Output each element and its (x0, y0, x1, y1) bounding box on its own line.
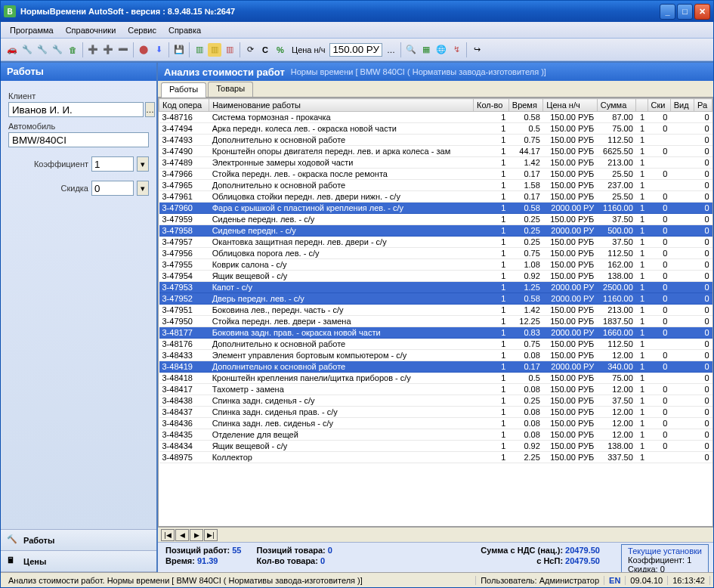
table-row[interactable]: 3-48177Боковина задн. прав. - окраска но… (159, 327, 712, 339)
table-row[interactable]: 3-47489Электронные замеры ходовой части1… (159, 157, 712, 169)
status-time: 16:13:42 (668, 576, 710, 585)
table-row[interactable]: 3-47956Облицовка порога лев. - с/у10.751… (159, 248, 712, 259)
column-header[interactable]: Код опера (159, 99, 209, 112)
sidebar-header: Работы (1, 63, 156, 81)
table-row[interactable]: 3-48436Спинка задн. лев. сиденья - с/у10… (159, 418, 712, 429)
wrench3-icon[interactable]: 🔧 (51, 43, 64, 57)
car-input[interactable] (8, 132, 149, 147)
add2-icon[interactable]: ➕ (101, 43, 115, 57)
remove-icon[interactable]: ➖ (116, 43, 130, 57)
tab-goods[interactable]: Товары (208, 82, 253, 97)
more-icon[interactable]: … (384, 43, 397, 57)
close-button[interactable]: ✕ (694, 4, 710, 20)
table-row[interactable]: 3-48435Отделение для вещей10.08150.00 РУ… (159, 429, 712, 441)
book2-icon[interactable]: ▥ (208, 43, 221, 57)
add-icon[interactable]: ➕ (86, 43, 100, 57)
status-user: Пользователь: Администратор (476, 576, 604, 585)
table-row[interactable]: 3-48433Элемент управления бортовым компь… (159, 350, 712, 361)
last-record-button[interactable]: ▶| (204, 529, 218, 541)
wrench2-icon[interactable]: 🔧 (36, 43, 49, 57)
client-input[interactable] (8, 102, 144, 117)
refresh-icon[interactable]: ⟳ (243, 43, 257, 57)
maximize-button[interactable]: □ (677, 4, 693, 20)
nav-prices[interactable]: 🖩 Цены (1, 551, 156, 572)
table-row[interactable]: 3-48176Дополнительно к основной работе10… (159, 339, 712, 350)
save-icon[interactable]: 💾 (172, 43, 186, 57)
table-row[interactable]: 3-47953Капот - с/у11.252000.00 РУ2500.00… (159, 282, 712, 293)
table-row[interactable]: 3-47952Дверь передн. лев. - с/у10.582000… (159, 293, 712, 305)
percent-icon[interactable]: % (274, 43, 287, 57)
prev-record-button[interactable]: ◀ (175, 529, 189, 541)
table-row[interactable]: 3-48419Дополнительно к основной работе10… (159, 361, 712, 373)
delete-icon[interactable]: 🗑 (66, 43, 79, 57)
book1-icon[interactable]: ▥ (193, 43, 206, 57)
car-icon[interactable]: 🚗 (5, 43, 19, 57)
sidebar: Работы Клиент … Автомобиль Коэффициент ▾ (1, 63, 158, 572)
table-row[interactable]: 3-47950Стойка передн. лев. двери - замен… (159, 316, 712, 327)
table-row[interactable]: 3-48438Спинка задн. сиденья - с/у10.2515… (159, 395, 712, 407)
table-row[interactable]: 3-47955Коврик салона - с/у11.08150.00 РУ… (159, 259, 712, 271)
menu-service[interactable]: Сервис (122, 24, 162, 36)
column-header[interactable]: Вид (670, 99, 694, 112)
nav-works[interactable]: 🔨 Работы (1, 530, 156, 551)
column-header[interactable]: Время (508, 99, 543, 112)
table-row[interactable]: 3-47966Стойка передн. лев. - окраска пос… (159, 169, 712, 180)
minimize-button[interactable]: _ (660, 4, 675, 20)
first-record-button[interactable]: |◀ (161, 529, 175, 541)
table-row[interactable]: 3-48437Спинка задн. сиденья прав. - с/у1… (159, 407, 712, 418)
content: Анализ стоимости работ Нормы времени [ B… (158, 63, 713, 572)
table-row[interactable]: 3-47957Окантовка защитная передн. лев. д… (159, 237, 712, 248)
search-icon[interactable]: 🔍 (404, 43, 418, 57)
table-row[interactable]: 3-47494Арка передн. колеса лев. - окраск… (159, 123, 712, 135)
column-header[interactable]: Цена н/ч (543, 99, 597, 112)
table-row[interactable]: 3-47951Боковина лев., передн. часть - с/… (159, 305, 712, 316)
price-label: Цена н/ч (292, 45, 325, 54)
book3-icon[interactable]: ▥ (223, 43, 236, 57)
stop-icon[interactable]: ⬤ (137, 43, 150, 57)
currency-icon[interactable]: C (258, 43, 272, 57)
exit-icon[interactable]: ↪ (470, 43, 484, 57)
coef-input[interactable] (91, 156, 134, 172)
next-record-button[interactable]: ▶ (190, 529, 203, 541)
vat-value: 20479.50 (565, 546, 600, 555)
menu-references[interactable]: Справочники (60, 24, 122, 36)
price-input[interactable] (329, 43, 382, 57)
settings-discount: Скидка: 0 (628, 565, 702, 572)
tab-works[interactable]: Работы (161, 82, 206, 97)
table-row[interactable]: 3-47954Ящик вещевой - с/у10.92150.00 РУБ… (159, 271, 712, 282)
table-row[interactable]: 3-47965Дополнительно к основной работе11… (159, 180, 712, 191)
globe-icon[interactable]: 🌐 (434, 43, 448, 57)
menu-help[interactable]: Справка (162, 24, 207, 36)
column-header[interactable] (636, 99, 648, 112)
coef-dropdown-icon[interactable]: ▾ (137, 156, 149, 172)
table-row[interactable]: 3-47961Облицовка стойки передн. лев. две… (159, 191, 712, 203)
table-row[interactable]: 3-47490Кронштейн опоры двигателя передн.… (159, 146, 712, 157)
menu-program[interactable]: Программа (4, 24, 60, 36)
table-row[interactable]: 3-47493Дополнительно к основной работе10… (159, 135, 712, 146)
column-header[interactable]: Сумма (597, 99, 636, 112)
table-row[interactable]: 3-48434Ящик вещевой - с/у10.92150.00 РУБ… (159, 441, 712, 452)
excel-icon[interactable]: ▦ (419, 43, 433, 57)
works-grid[interactable]: Код операНаименование работыКол-воВремяЦ… (159, 98, 712, 463)
connect-icon[interactable]: ↯ (450, 43, 463, 57)
discount-input[interactable] (91, 181, 134, 196)
table-row[interactable]: 3-47959Сиденье передн. лев. - с/у10.2515… (159, 214, 712, 225)
column-header[interactable]: Наименование работы (209, 99, 474, 112)
column-header[interactable]: Кол-во (474, 99, 509, 112)
wrench1-icon[interactable]: 🔧 (20, 43, 34, 57)
table-row[interactable]: 3-48418Кронштейн крепления панели/щитка … (159, 373, 712, 384)
down-icon[interactable]: ⬇ (152, 43, 165, 57)
column-header[interactable]: Ра (694, 99, 712, 112)
status-lang[interactable]: EN (604, 576, 626, 585)
works-count-value: 55 (232, 546, 241, 555)
discount-dropdown-icon[interactable]: ▾ (137, 181, 149, 196)
vat-label: Сумма с НДС (нац.): (481, 546, 563, 555)
client-browse-button[interactable]: … (145, 102, 155, 117)
table-row[interactable]: 3-48417Тахометр - замена10.08150.00 РУБ1… (159, 384, 712, 395)
table-row[interactable]: 3-48716Система тормозная - прокачка10.58… (159, 112, 712, 123)
table-row[interactable]: 3-48975Коллектор12.25150.00 РУБ337.5010 (159, 452, 712, 463)
table-row[interactable]: 3-47958Сиденье передн. - с/у10.252000.00… (159, 225, 712, 237)
record-nav: |◀ ◀ ▶ ▶| (158, 527, 713, 542)
column-header[interactable]: Ски (648, 99, 670, 112)
table-row[interactable]: 3-47960Фара с крышкой с пластиной крепле… (159, 203, 712, 214)
